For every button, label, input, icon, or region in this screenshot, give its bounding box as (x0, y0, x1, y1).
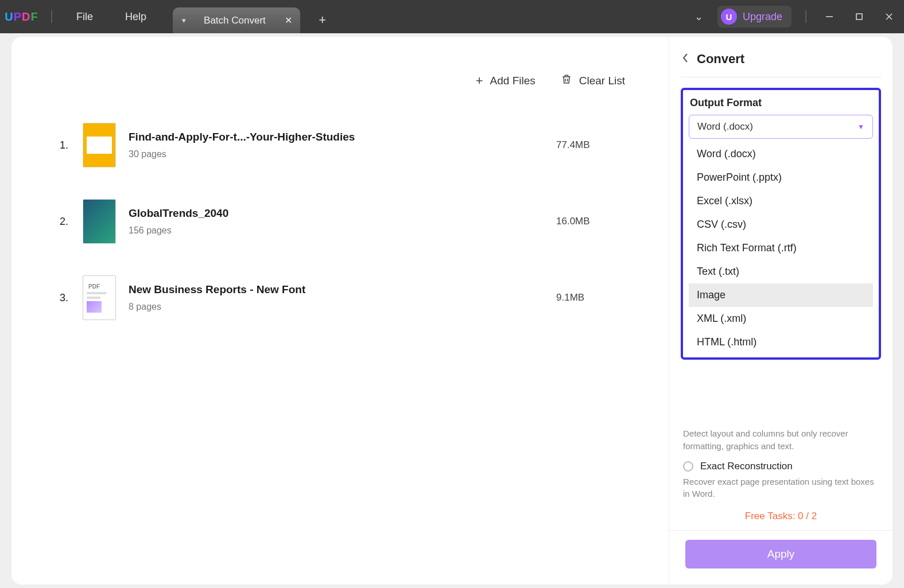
file-pages: 8 pages (129, 302, 556, 312)
output-format-select[interactable]: Word (.docx) ▼ (689, 115, 873, 139)
chevron-down-icon: ▼ (858, 123, 864, 131)
quick-dropdown-icon[interactable]: ⌄ (688, 10, 711, 23)
format-dropdown-list: Word (.docx)PowerPoint (.pptx)Excel (.xl… (689, 142, 873, 354)
layout-description: Recover exact page presentation using te… (669, 476, 893, 501)
file-meta: Find-and-Apply-For-t...-Your-Higher-Stud… (129, 131, 556, 159)
tab-menu-caret-icon[interactable]: ▾ (182, 16, 186, 25)
side-title: Convert (697, 52, 744, 67)
maximize-button[interactable] (844, 0, 874, 33)
format-option[interactable]: Image (689, 283, 873, 307)
list-actions: Add Files Clear List (476, 73, 625, 88)
app-root: UPDF File Help ▾ Batch Convert ✕ + ⌄ U U… (0, 0, 904, 588)
file-size: 77.4MB (556, 139, 625, 151)
file-title: Find-and-Apply-For-t...-Your-Higher-Stud… (129, 131, 556, 143)
close-button[interactable] (874, 0, 904, 33)
apply-button[interactable]: Apply (685, 540, 876, 568)
selected-format: Word (.docx) (697, 121, 753, 133)
free-tasks-label: Free Tasks: 0 / 2 (669, 500, 893, 530)
minimize-icon (825, 13, 833, 21)
app-logo: UPDF (0, 10, 43, 24)
format-option[interactable]: Text (.txt) (689, 260, 873, 283)
file-size: 9.1MB (556, 292, 625, 303)
format-option[interactable]: Rich Text Format (.rtf) (689, 236, 873, 260)
plus-icon: + (319, 13, 326, 28)
file-index: 1. (60, 139, 83, 151)
file-thumbnail: PDF (83, 275, 116, 320)
file-index: 2. (60, 216, 83, 228)
output-format-highlight: Output Format Word (.docx) ▼ Word (.docx… (681, 88, 881, 360)
file-row[interactable]: 2. GlobalTrends_2040 156 pages 16.0MB (60, 199, 625, 244)
file-thumbnail (83, 123, 116, 168)
minimize-button[interactable] (814, 0, 844, 33)
side-header: Convert (669, 37, 893, 77)
file-list: 1. Find-and-Apply-For-t...-Your-Higher-S… (60, 123, 625, 352)
maximize-icon (855, 13, 863, 21)
tab-close-icon[interactable]: ✕ (285, 15, 292, 26)
menu-file[interactable]: File (60, 11, 109, 23)
upgrade-button[interactable]: U Upgrade (717, 6, 792, 28)
format-option[interactable]: HTML (.html) (689, 330, 873, 354)
main-panel: Add Files Clear List 1. Find-and (11, 37, 669, 585)
file-pages: 156 pages (129, 225, 556, 236)
layout-description: Detect layout and columns but only recov… (669, 427, 893, 453)
add-files-button[interactable]: Add Files (476, 73, 536, 88)
svg-rect-1 (856, 14, 862, 20)
tab-label: Batch Convert (204, 15, 266, 26)
file-index: 3. (60, 292, 83, 304)
chevron-left-icon (682, 53, 689, 63)
format-option[interactable]: CSV (.csv) (689, 213, 873, 236)
side-content: Output Format Word (.docx) ▼ Word (.docx… (669, 77, 893, 427)
clear-list-label: Clear List (579, 75, 625, 87)
format-option[interactable]: Word (.docx) (689, 142, 873, 166)
tabbar: ▾ Batch Convert ✕ + (173, 0, 336, 33)
main-panel-wrap: Add Files Clear List 1. Find-and (0, 33, 669, 588)
upgrade-label: Upgrade (743, 11, 782, 23)
add-files-label: Add Files (490, 75, 536, 87)
file-size: 16.0MB (556, 216, 625, 227)
file-row[interactable]: 3. PDF New Business Reports - New Font 8… (60, 275, 625, 320)
body: Add Files Clear List 1. Find-and (0, 33, 904, 588)
file-title: New Business Reports - New Font (129, 283, 556, 296)
file-row[interactable]: 1. Find-and-Apply-For-t...-Your-Higher-S… (60, 123, 625, 168)
side-panel: Convert Output Format Word (.docx) ▼ Wor… (669, 37, 893, 585)
output-format-label: Output Format (690, 97, 873, 109)
clear-list-button[interactable]: Clear List (561, 73, 625, 88)
tab-batch-convert[interactable]: ▾ Batch Convert ✕ (173, 7, 300, 33)
new-tab-button[interactable]: + (309, 7, 336, 33)
window-controls (814, 0, 904, 33)
format-option[interactable]: XML (.xml) (689, 307, 873, 330)
file-thumbnail (83, 199, 116, 244)
file-meta: GlobalTrends_2040 156 pages (129, 207, 556, 236)
exact-reconstruction-radio[interactable]: Exact Reconstruction (669, 453, 893, 476)
divider (805, 10, 806, 23)
layout-options: Detect layout and columns but only recov… (669, 427, 893, 530)
radio-label: Exact Reconstruction (700, 461, 793, 472)
titlebar: UPDF File Help ▾ Batch Convert ✕ + ⌄ U U… (0, 0, 904, 33)
plus-icon (476, 73, 483, 88)
close-icon (885, 13, 893, 21)
apply-wrap: Apply (669, 530, 893, 585)
format-option[interactable]: PowerPoint (.pptx) (689, 166, 873, 189)
file-title: GlobalTrends_2040 (129, 207, 556, 220)
back-button[interactable] (680, 53, 691, 66)
file-meta: New Business Reports - New Font 8 pages (129, 283, 556, 312)
menu-help[interactable]: Help (109, 11, 162, 23)
divider (51, 10, 52, 23)
file-pages: 30 pages (129, 149, 556, 159)
trash-icon (561, 73, 572, 88)
format-option[interactable]: Excel (.xlsx) (689, 189, 873, 213)
radio-icon (683, 461, 693, 472)
avatar: U (721, 9, 737, 25)
